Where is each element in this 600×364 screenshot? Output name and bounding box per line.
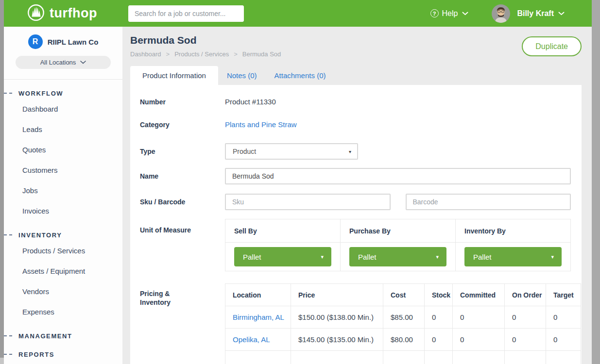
barcode-input[interactable] [406,194,571,210]
type-select-value: Product [233,148,256,155]
sidebar-item-leads[interactable]: Leads [4,119,122,140]
user-name: Billy Kraft [517,9,554,18]
section-header-inventory: INVENTORY [4,230,122,240]
tab-bar: Product Information Notes (0) Attachment… [122,66,592,85]
breadcrumb-separator: > [234,50,238,58]
avatar[interactable] [492,4,510,23]
company-selector[interactable]: R RIIPL Lawn Co [4,34,122,49]
sidebar-item-invoices[interactable]: Invoices [4,201,122,221]
caret-down-icon: ▾ [321,254,324,260]
search-input[interactable] [128,5,244,22]
sku-barcode-label: Sku / Barcode [140,198,225,206]
category-link[interactable]: Plants and Pine Straw [225,120,297,129]
top-bar: turfhop ? Help [4,0,592,27]
cost-cell: $85.00 [383,306,425,329]
sidebar-item-assets-equipment[interactable]: Assets / Equipment [4,261,122,281]
sidebar-item-quotes[interactable]: Quotes [4,140,122,160]
breadcrumb-products-services[interactable]: Products / Services [174,50,229,58]
committed-cell: 0 [453,306,505,329]
type-label: Type [140,147,225,156]
uom-header-sell-by: Sell By [225,219,341,243]
breadcrumb-dashboard[interactable]: Dashboard [130,50,161,58]
type-select[interactable]: Product ▾ [225,143,358,160]
sidebar-item-dashboard[interactable]: Dashboard [4,99,122,119]
chevron-down-icon [80,61,86,64]
on-order-cell [505,351,546,364]
tab-product-information[interactable]: Product Information [130,66,218,85]
company-name: RIIPL Lawn Co [48,38,99,46]
price-cell: $145.00 ($135.00 Min.) [291,329,383,351]
purchase-by-dropdown[interactable]: Pallet ▾ [349,247,446,266]
column-header-target: Target [546,284,581,306]
location-link[interactable]: Birmingham, AL [225,306,291,329]
user-menu[interactable]: Billy Kraft [510,9,565,18]
price-cell: $150.00 ($138.00 Min.) [291,306,383,329]
table-header-row: Location Price Cost Stock Committed On O… [225,284,581,306]
left-scrollbar-thumb[interactable] [0,0,4,358]
help-icon: ? [430,9,439,17]
section-header-management[interactable]: MANAGEMENT [4,331,122,341]
cost-cell: $80.00 [383,329,425,351]
help-label: Help [442,9,458,18]
product-information-panel: Number Product #11330 Category Plants an… [130,85,582,364]
on-order-cell: 0 [505,306,546,329]
left-scrollbar[interactable] [0,0,4,364]
breadcrumb-current: Bermuda Sod [242,50,281,58]
section-dash-icon [4,335,12,336]
uom-header-purchase-by: Purchase By [341,219,456,243]
stock-cell: 0 [425,306,453,329]
cost-cell [383,351,425,364]
sku-input[interactable] [225,194,391,210]
location-filter-dropdown[interactable]: All Locations [16,56,111,69]
target-cell: 0 [546,329,581,351]
name-input[interactable] [225,168,571,184]
company-logo-icon: R [28,34,43,49]
sell-by-dropdown[interactable]: Pallet ▾ [234,247,331,266]
app-window: turfhop ? Help [0,0,600,364]
target-cell: 0 [546,306,581,329]
right-scrollbar[interactable] [592,0,600,364]
breadcrumb: Dashboard > Products / Services > Bermud… [130,50,281,58]
inventory-by-dropdown[interactable]: Pallet ▾ [464,247,562,266]
sidebar-item-vendors[interactable]: Vendors [4,281,122,302]
section-dash-icon [4,354,12,355]
sidebar: R RIIPL Lawn Co All Locations WORKFLOW D… [4,27,122,364]
stock-cell: 0 [425,329,453,351]
price-cell [291,351,383,364]
chevron-down-icon [558,12,565,16]
column-header-stock: Stock [425,284,453,306]
sidebar-item-expenses[interactable]: Expenses [4,302,122,322]
section-header-workflow: WORKFLOW [4,88,122,98]
table-row [225,351,581,364]
logo-text: turfhop [50,6,97,21]
sidebar-item-products-services[interactable]: Products / Services [4,241,122,261]
column-header-on-order: On Order [505,284,546,306]
section-dash-icon [4,93,12,94]
turfhop-logo[interactable]: turfhop [27,3,97,24]
location-link[interactable]: Opelika, AL [225,329,291,351]
caret-down-icon: ▾ [551,254,554,260]
help-menu[interactable]: ? Help [430,9,469,18]
duplicate-button[interactable]: Duplicate [522,36,582,56]
sidebar-item-jobs[interactable]: Jobs [4,181,122,201]
target-cell [546,351,581,364]
column-header-committed: Committed [453,284,505,306]
main-content: Bermuda Sod Dashboard > Products / Servi… [122,27,592,364]
sidebar-item-customers[interactable]: Customers [4,160,122,181]
uom-header-inventory-by: Inventory By [456,219,571,243]
section-header-reports[interactable]: REPORTS [4,349,122,359]
breadcrumb-separator: > [166,50,170,58]
section-dash-icon [4,234,12,235]
location-link[interactable] [225,351,291,364]
unit-of-measure-label: Unit of Measure [140,219,225,234]
product-number-value: Product #11330 [225,98,276,106]
sidebar-nav: WORKFLOW Dashboard Leads Quotes Customer… [4,80,122,360]
committed-cell: 0 [453,329,505,351]
unit-of-measure-table: Sell By Purchase By Inventory By Pallet … [225,219,571,271]
chevron-down-icon [462,12,468,16]
tab-notes[interactable]: Notes (0) [218,66,266,85]
on-order-cell: 0 [505,329,546,351]
tab-attachments[interactable]: Attachments (0) [266,66,335,85]
pricing-inventory-table: Location Price Cost Stock Committed On O… [225,283,581,364]
name-label: Name [140,172,225,181]
